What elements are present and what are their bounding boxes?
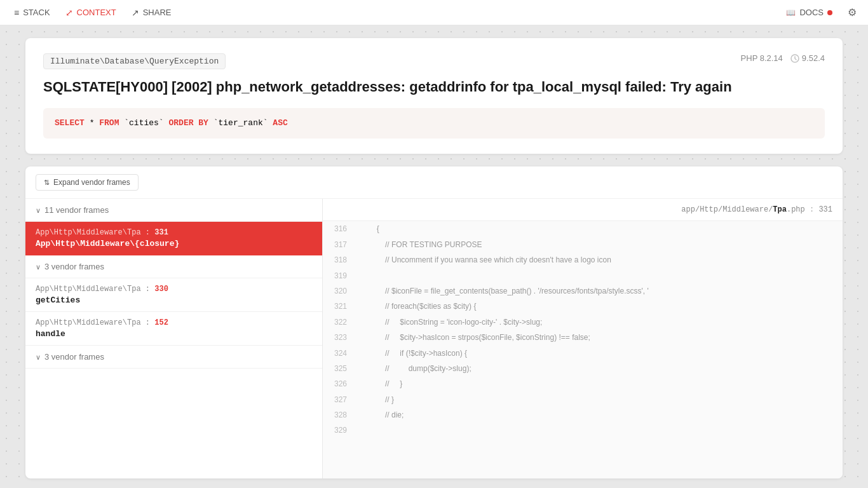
code-line: 324 // if (!$city->hasIcon) { (323, 346, 843, 361)
sql-asc: ASC (273, 118, 287, 128)
docs-badge (827, 10, 832, 15)
stack-header: ⇅ Expand vendor frames (25, 166, 843, 199)
line-code: // dump($city->slug); (355, 361, 843, 376)
exception-class: Illuminate\Database\QueryException (43, 53, 226, 69)
nav-context[interactable]: CONTEXT (59, 4, 123, 22)
share-icon (132, 8, 139, 18)
line-number: 318 (323, 252, 355, 268)
code-line: 321 // foreach($cities as $city) { (323, 299, 843, 314)
code-line: 323 // $city->hasIcon = strpos($iconFile… (323, 330, 843, 345)
vendor-group-2[interactable]: 3 vendor frames (25, 255, 322, 278)
stack-section: ⇅ Expand vendor frames 11 vendor frames … (25, 166, 843, 478)
line-number: 329 (323, 423, 355, 438)
code-line: 322 // $iconString = 'icon-logo-city-' .… (323, 315, 843, 330)
chevron-down-icon (36, 205, 41, 215)
handle-frame-path: App\Http\Middleware\Tpa : 152 (36, 318, 312, 327)
sql-col: `tier_rank` (214, 118, 273, 128)
line-number: 321 (323, 299, 355, 314)
vendor-count-3: 3 vendor frames (44, 352, 104, 362)
line-number: 324 (323, 346, 355, 361)
line-code: // foreach($cities as $city) { (355, 299, 843, 314)
line-number: 328 (323, 407, 355, 423)
line-code: // FOR TESTING PURPOSE (355, 237, 843, 252)
version-info: PHP 8.2.14 9.52.4 (741, 53, 825, 63)
getcities-frame-path: App\Http\Middleware\Tpa : 330 (36, 285, 312, 294)
nav-left: STACK CONTEXT SHARE (8, 4, 177, 22)
stack-left-panel: 11 vendor frames App\Http\Middleware\Tpa… (25, 199, 323, 478)
expand-btn-label: Expand vendor frames (53, 178, 130, 187)
line-code: { (355, 221, 843, 236)
stack-icon (14, 8, 19, 18)
chevron-down-icon-3 (36, 352, 41, 362)
vendor-count-2: 3 vendor frames (44, 262, 104, 271)
line-code: // $iconFile = file_get_contents(base_pa… (355, 283, 843, 299)
line-number: 317 (323, 237, 355, 252)
active-frame-method: App\Http\Middleware\{closure} (36, 239, 312, 248)
ignition-version: 9.52.4 (790, 53, 825, 63)
docs-icon (786, 8, 796, 17)
top-navigation: STACK CONTEXT SHARE DOCS (0, 0, 868, 25)
chevron-down-icon-2 (36, 262, 41, 271)
context-icon (65, 8, 73, 18)
context-label: CONTEXT (77, 8, 116, 17)
code-line: 319 (323, 268, 843, 283)
nav-docs[interactable]: DOCS (780, 4, 839, 21)
line-code: // } (355, 376, 843, 391)
code-line-ref: 331 (818, 205, 832, 214)
sql-table: `cities` (124, 118, 168, 128)
sql-order: ORDER BY (168, 118, 208, 128)
handle-method: handle (36, 329, 312, 339)
code-line: 329 (323, 423, 843, 438)
stack-label: STACK (23, 8, 50, 17)
line-code: // die; (355, 407, 843, 423)
code-file-path: app/Http/Middleware/Tpa.php : 331 (323, 199, 843, 221)
line-code: // Uncomment if you wanna see which city… (355, 252, 843, 268)
vendor-count-1: 11 vendor frames (44, 205, 109, 215)
line-number: 320 (323, 283, 355, 299)
line-code: // $city->hasIcon = strpos($iconFile, $i… (355, 330, 843, 345)
code-line: 316 { (323, 221, 843, 236)
vendor-group-3[interactable]: 3 vendor frames (25, 346, 322, 369)
gear-icon (848, 8, 857, 18)
line-number: 319 (323, 268, 355, 283)
settings-button[interactable] (844, 3, 860, 22)
code-line: 320 // $iconFile = file_get_contents(bas… (323, 283, 843, 299)
line-number: 322 (323, 315, 355, 330)
line-number: 323 (323, 330, 355, 345)
active-frame-path: App\Http\Middleware\Tpa : 331 (36, 228, 312, 237)
frame-handle[interactable]: App\Http\Middleware\Tpa : 152 handle (25, 312, 322, 346)
frame-getcities[interactable]: App\Http\Middleware\Tpa : 330 getCities (25, 278, 322, 312)
line-number: 325 (323, 361, 355, 376)
code-line: 318 // Uncomment if you wanna see which … (323, 252, 843, 268)
sql-select: SELECT (55, 118, 85, 128)
line-code (355, 423, 843, 425)
active-frame[interactable]: App\Http\Middleware\Tpa : 331 App\Http\M… (25, 222, 322, 255)
php-version: PHP 8.2.14 (741, 53, 783, 63)
getcities-method: getCities (36, 295, 312, 305)
sql-block: SELECT * FROM `cities` ORDER BY `tier_ra… (43, 108, 825, 139)
stack-right-panel: app/Http/Middleware/Tpa.php : 331 316 {3… (323, 199, 843, 478)
code-line: 317 // FOR TESTING PURPOSE (323, 237, 843, 252)
sql-star: * (90, 118, 100, 128)
line-number: 326 (323, 376, 355, 391)
line-number: 327 (323, 392, 355, 407)
nav-stack[interactable]: STACK (8, 4, 57, 22)
getcities-line: 330 (154, 285, 168, 294)
line-code: // } (355, 392, 843, 407)
line-number: 316 (323, 221, 355, 236)
expand-vendor-frames-button[interactable]: ⇅ Expand vendor frames (36, 174, 139, 191)
sql-from: FROM (99, 118, 119, 128)
line-code (355, 268, 843, 271)
code-line: 325 // dump($city->slug); (323, 361, 843, 376)
code-line: 327 // } (323, 392, 843, 407)
stack-body: 11 vendor frames App\Http\Middleware\Tpa… (25, 199, 843, 478)
code-line: 328 // die; (323, 407, 843, 423)
error-message: SQLSTATE[HY000] [2002] php_network_getad… (43, 78, 825, 97)
active-frame-line: 331 (154, 228, 168, 237)
error-card: Illuminate\Database\QueryException PHP 8… (25, 38, 843, 154)
nav-share[interactable]: SHARE (125, 4, 178, 22)
code-line: 326 // } (323, 376, 843, 391)
share-label: SHARE (143, 8, 172, 17)
line-code: // if (!$city->hasIcon) { (355, 346, 843, 361)
vendor-group-1[interactable]: 11 vendor frames (25, 199, 322, 222)
